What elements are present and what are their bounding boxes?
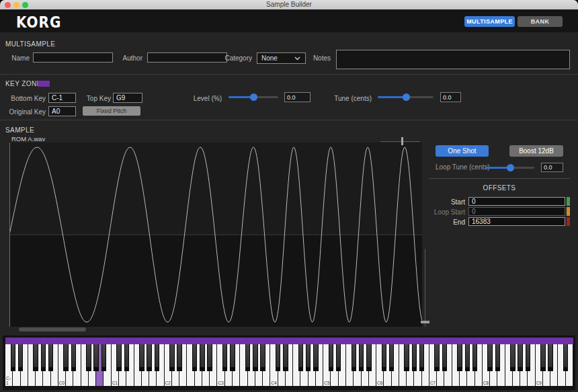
black-key-As0[interactable] [101, 344, 107, 371]
black-key-Fs8[interactable] [510, 344, 515, 371]
category-select[interactable]: None [257, 52, 306, 64]
black-key-Gs-1[interactable] [41, 344, 46, 371]
offsets-divider [429, 178, 570, 179]
start-offset-marker[interactable] [9, 143, 10, 327]
black-key-As4[interactable] [313, 344, 319, 371]
offset-start-input[interactable] [468, 197, 565, 206]
black-key-Gs3[interactable] [253, 344, 258, 371]
black-key-Ds8[interactable] [495, 344, 501, 371]
black-key-Gs7[interactable] [465, 344, 470, 371]
loop-tune-value[interactable] [541, 163, 563, 172]
black-key-As8[interactable] [526, 344, 531, 371]
loop-tune-slider-thumb[interactable] [507, 164, 514, 171]
keyzone-range-strip[interactable] [5, 338, 573, 344]
black-key-Fs0[interactable] [86, 344, 91, 371]
black-key-Fs9[interactable] [563, 344, 569, 371]
notes-label: Notes [304, 54, 331, 62]
black-key-Ds-1[interactable] [18, 344, 24, 371]
black-key-As7[interactable] [472, 344, 478, 371]
octave-label-C7: C7 [430, 381, 436, 385]
author-input[interactable] [147, 52, 227, 63]
octave-label-C5: C5 [324, 381, 329, 385]
black-key-Cs6[interactable] [382, 344, 387, 371]
tune-value[interactable] [440, 92, 461, 102]
black-key-Ds4[interactable] [283, 344, 288, 371]
black-key-Fs-1[interactable] [33, 344, 38, 371]
black-key-Fs3[interactable] [245, 344, 251, 371]
keyzone-section-label: KEY ZONE [5, 80, 42, 87]
black-key-Fs4[interactable] [298, 344, 304, 371]
waveform-hscrollbar[interactable] [19, 327, 86, 331]
tune-slider[interactable] [378, 93, 434, 101]
black-key-As6[interactable] [419, 344, 425, 371]
octave-label-C0: C0 [59, 381, 65, 385]
loop-tune-slider[interactable] [485, 164, 534, 171]
black-key-Ds6[interactable] [389, 344, 395, 371]
black-key-Ds2[interactable] [177, 344, 182, 371]
offset-end-label: End [411, 219, 465, 226]
black-key-Fs1[interactable] [139, 344, 144, 371]
black-key-Gs6[interactable] [412, 344, 417, 371]
black-key-Cs7[interactable] [434, 344, 440, 371]
black-key-Cs1[interactable] [116, 344, 122, 371]
black-key-Cs5[interactable] [329, 344, 334, 371]
black-key-As2[interactable] [207, 344, 212, 371]
boost-12db-button[interactable]: Boost 12dB [509, 145, 563, 157]
offset-end-input[interactable] [468, 217, 565, 226]
tab-bank[interactable]: BANK [518, 16, 563, 27]
level-value[interactable] [284, 92, 311, 102]
black-key-Gs1[interactable] [147, 344, 152, 371]
hzoom-slider-track[interactable] [380, 141, 420, 142]
tab-multisample[interactable]: MULTISAMPLE [464, 16, 515, 27]
black-key-Cs2[interactable] [169, 344, 175, 371]
black-key-Fs5[interactable] [352, 344, 357, 371]
black-key-Fs6[interactable] [404, 344, 409, 371]
offset-start-color-strip [567, 197, 570, 206]
black-key-As5[interactable] [366, 344, 372, 371]
black-key-As3[interactable] [260, 344, 265, 371]
tune-slider-thumb[interactable] [403, 93, 410, 101]
vzoom-slider-track[interactable] [425, 249, 425, 327]
black-key-Cs0[interactable] [63, 344, 69, 371]
octave-label-C2: C2 [165, 381, 171, 385]
black-key-Cs8[interactable] [487, 344, 493, 371]
octave-label-C1: C1 [112, 381, 118, 385]
black-key-Gs0[interactable] [93, 344, 99, 371]
hzoom-slider-thumb[interactable] [401, 137, 403, 145]
level-slider[interactable] [229, 93, 278, 101]
top-key-input[interactable] [113, 93, 142, 103]
black-key-Ds3[interactable] [230, 344, 235, 371]
black-key-Gs2[interactable] [200, 344, 205, 371]
bottom-key-label: Bottom Key [3, 95, 46, 102]
black-key-Gs8[interactable] [518, 344, 523, 371]
black-key-As1[interactable] [155, 344, 160, 371]
original-key-label: Original Key [3, 108, 46, 116]
black-key-As-1[interactable] [48, 344, 54, 371]
black-key-Cs-1[interactable] [11, 344, 16, 371]
black-key-Gs5[interactable] [359, 344, 364, 371]
octave-label-C-1: C-1 [6, 376, 12, 385]
offset-loop-start-input[interactable] [468, 207, 565, 216]
name-input[interactable] [33, 52, 113, 63]
vzoom-slider-thumb[interactable] [421, 321, 429, 323]
keyboard[interactable]: C-1C0C1C2C3C4C5C6C7C8C9 [3, 336, 575, 390]
fixed-pitch-button[interactable]: Fixed Pitch [83, 106, 140, 116]
waveform-display[interactable] [9, 143, 422, 327]
black-key-Ds5[interactable] [336, 344, 341, 371]
black-key-Ds7[interactable] [442, 344, 448, 371]
black-key-Cs3[interactable] [222, 344, 228, 371]
one-shot-button[interactable]: One Shot [436, 145, 489, 157]
black-key-Ds1[interactable] [124, 344, 130, 371]
notes-input[interactable] [336, 50, 570, 69]
bottom-key-input[interactable] [48, 93, 76, 103]
black-key-Fs7[interactable] [457, 344, 462, 371]
black-key-Ds9[interactable] [548, 344, 553, 371]
level-slider-thumb[interactable] [250, 93, 257, 101]
original-key-input[interactable] [48, 106, 76, 116]
waveform-plot [9, 143, 422, 327]
black-key-Ds0[interactable] [71, 344, 77, 371]
black-key-Cs9[interactable] [540, 344, 546, 371]
black-key-Cs4[interactable] [276, 344, 281, 371]
black-key-Gs4[interactable] [306, 344, 311, 371]
black-key-Fs2[interactable] [192, 344, 198, 371]
